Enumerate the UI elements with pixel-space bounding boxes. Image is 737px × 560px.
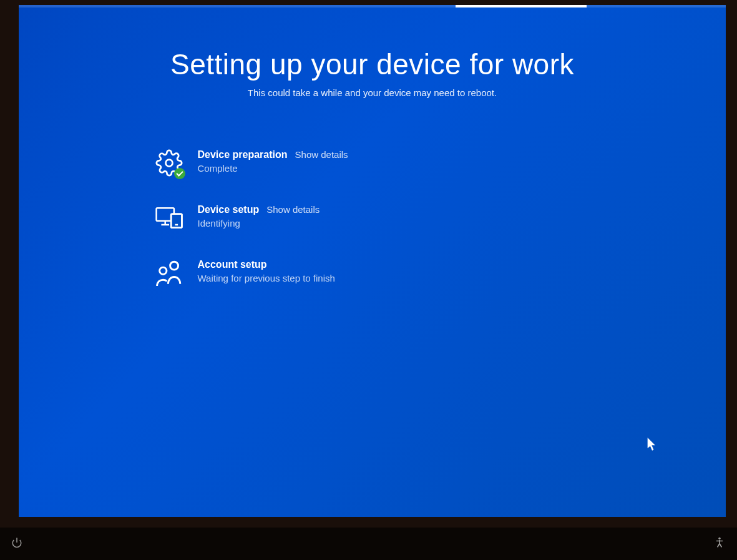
people-icon [154, 258, 184, 288]
checkmark-badge-icon [174, 168, 185, 179]
step-account-setup: Account setup Waiting for previous step … [154, 258, 504, 288]
setup-screen: Setting up your device for work This cou… [19, 5, 726, 517]
svg-rect-4 [171, 214, 182, 228]
svg-point-10 [718, 537, 720, 539]
step-status: Complete [198, 163, 348, 174]
step-title: Account setup [198, 259, 267, 270]
svg-point-0 [165, 160, 172, 167]
accessibility-icon[interactable] [713, 536, 726, 552]
cursor-icon [647, 438, 657, 454]
taskbar [0, 528, 737, 560]
step-device-preparation: Device preparation Show details Complete [154, 148, 504, 178]
page-title: Setting up your device for work [170, 47, 574, 81]
step-status: Identifying [198, 218, 320, 228]
devices-icon [154, 203, 184, 233]
step-title: Device preparation [198, 149, 288, 160]
progress-track [19, 5, 726, 7]
step-device-setup: Device setup Show details Identifying [154, 203, 504, 233]
power-icon[interactable] [11, 537, 22, 551]
svg-point-8 [159, 267, 166, 274]
gear-icon [154, 148, 184, 178]
svg-point-7 [170, 262, 178, 270]
step-title: Device setup [198, 204, 260, 215]
show-details-link[interactable]: Show details [295, 149, 348, 160]
steps-list: Device preparation Show details Complete [154, 148, 504, 313]
step-status: Waiting for previous step to finish [198, 273, 335, 283]
progress-fill [456, 5, 587, 7]
page-subtitle: This could take a while and your device … [248, 87, 497, 98]
show-details-link[interactable]: Show details [266, 204, 320, 215]
